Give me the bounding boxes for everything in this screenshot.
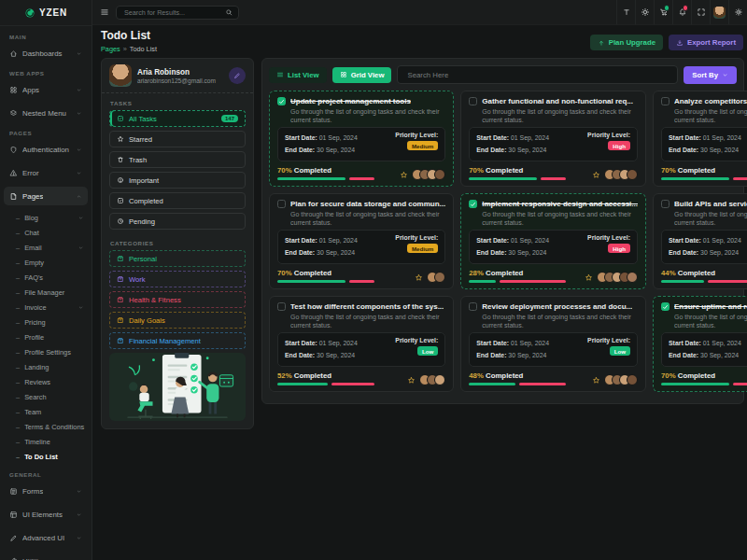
task-card-gather-functional-and-non-fu[interactable]: Gather functional and non-functional req… xyxy=(460,91,646,187)
sidebar-subitem-search[interactable]: –Search xyxy=(0,389,92,404)
sidebar-subitem-pricing[interactable]: –Pricing xyxy=(0,315,92,329)
sidebar-subitem-chat[interactable]: –Chat xyxy=(0,225,92,240)
sidebar-subitem-to-do-list[interactable]: –To Do List xyxy=(0,449,92,464)
sidebar-item-pages[interactable]: Pages xyxy=(4,187,88,205)
priority-label: Priority Level: xyxy=(587,132,630,138)
star-icon[interactable] xyxy=(592,376,600,385)
task-card-implement-responsive-design-[interactable]: Implement responsive design and accessi.… xyxy=(460,193,646,289)
list-view-button[interactable]: List View xyxy=(269,67,327,83)
export-report-button[interactable]: Export Report xyxy=(669,35,743,50)
sidebar-subitem-team[interactable]: –Team xyxy=(0,404,92,419)
edit-profile-button[interactable] xyxy=(229,67,246,84)
card-checkbox[interactable] xyxy=(661,302,669,311)
sidebar-subitem-terms-conditions[interactable]: –Terms & Conditions xyxy=(0,419,92,434)
start-date-label: Start Date: xyxy=(476,237,509,244)
global-search[interactable] xyxy=(116,6,239,20)
card-checkbox[interactable] xyxy=(661,97,669,105)
chevron-down-icon xyxy=(76,535,82,541)
sidebar-subitem-file-manager[interactable]: –File Manager xyxy=(0,285,92,300)
sidebar-item-nested-menu[interactable]: Nested Menu xyxy=(4,104,88,122)
sidebar-subitem-profile-settings[interactable]: –Profile Settings xyxy=(0,344,92,359)
plan-upgrade-button[interactable]: Plan Upgrade xyxy=(590,35,663,50)
cart-icon[interactable] xyxy=(654,0,672,24)
card-checkbox[interactable] xyxy=(469,200,477,208)
category-filters: PersonalWorkHealth & FitnessDaily GoalsF… xyxy=(102,250,253,353)
theme-toggle-icon[interactable] xyxy=(635,0,654,24)
box-icon xyxy=(117,255,124,262)
task-filter-starred[interactable]: Starred xyxy=(109,131,246,147)
priority-badge: Medium xyxy=(407,141,438,150)
sidebar-subitem-empty[interactable]: –Empty xyxy=(0,255,92,270)
sidebar-item-ui-elements[interactable]: UI Elements xyxy=(4,505,88,524)
sidebar-item-utilities[interactable]: Utilities xyxy=(4,552,88,560)
notifications-icon[interactable] xyxy=(672,0,691,24)
task-card-update-project-management-to[interactable]: Update project management toolsGo throug… xyxy=(269,91,454,187)
category-personal[interactable]: Personal xyxy=(109,250,246,267)
assignee-avatars xyxy=(427,272,445,283)
text-size-icon[interactable] xyxy=(616,0,635,24)
task-card-ensure-uptime-and-reliabilit[interactable]: Ensure uptime and reliability of the sof… xyxy=(653,296,747,392)
end-date-label: End Date: xyxy=(669,147,698,153)
task-filter-completed[interactable]: Completed xyxy=(109,192,246,209)
star-icon[interactable] xyxy=(407,376,416,385)
menu-toggle-icon[interactable] xyxy=(100,7,109,17)
task-filter-important[interactable]: Important xyxy=(109,172,246,189)
settings-icon[interactable] xyxy=(728,0,747,24)
card-checkbox[interactable] xyxy=(469,302,477,311)
board-search[interactable] xyxy=(397,65,678,84)
star-icon[interactable] xyxy=(415,273,423,282)
card-description: Go through the list of ongoing tasks and… xyxy=(290,313,445,330)
sidebar-subitem-profile[interactable]: –Profile xyxy=(0,329,92,344)
sidebar-subitem-timeline[interactable]: –Timeline xyxy=(0,434,92,449)
todo-board: List View Grid View Sort By Update proje… xyxy=(261,58,744,404)
category-work[interactable]: Work xyxy=(109,271,246,287)
sidebar-item-forms[interactable]: Forms xyxy=(4,482,88,500)
sidebar-item-dashboards[interactable]: Dashboards xyxy=(4,44,88,63)
card-checkbox[interactable] xyxy=(277,200,286,208)
start-date-label: Start Date: xyxy=(285,237,317,244)
category-financial-management[interactable]: Financial Management xyxy=(109,332,246,349)
fullscreen-icon[interactable] xyxy=(691,0,710,24)
category-daily-goals[interactable]: Daily Goals xyxy=(109,312,246,329)
sidebar-subitem-invoice[interactable]: –Invoice xyxy=(0,300,92,315)
grid-view-button[interactable]: Grid View xyxy=(332,67,392,83)
task-filter-all-tasks[interactable]: All Tasks147 xyxy=(109,110,246,127)
task-filter-trash[interactable]: Trash xyxy=(109,151,246,168)
task-card-plan-for-secure-data-storage[interactable]: Plan for secure data storage and commun.… xyxy=(269,193,454,289)
card-title: Analyze competitors and existing solutio… xyxy=(674,97,747,105)
global-search-input[interactable] xyxy=(122,7,221,18)
ui-elements-icon xyxy=(9,511,18,519)
sidebar-subitem-faq-s[interactable]: –FAQ's xyxy=(0,270,92,285)
category-health-fitness[interactable]: Health & Fitness xyxy=(109,291,246,308)
task-card-test-how-different-component[interactable]: Test how different components of the sys… xyxy=(269,296,454,392)
task-filter-pending[interactable]: Pending xyxy=(109,213,246,230)
sidebar-subitem-blog[interactable]: –Blog xyxy=(0,210,92,225)
sidebar-subitem-landing[interactable]: –Landing xyxy=(0,359,92,374)
card-checkbox[interactable] xyxy=(277,302,286,311)
card-checkbox[interactable] xyxy=(469,97,477,105)
chevron-down-icon xyxy=(76,87,82,93)
star-icon[interactable] xyxy=(592,171,600,179)
priority-label: Priority Level: xyxy=(395,337,438,343)
priority-badge: Medium xyxy=(407,244,438,253)
sidebar-subitem-email[interactable]: –Email xyxy=(0,240,92,255)
task-card-review-deployment-processes-[interactable]: Review deployment processes and docu...G… xyxy=(460,296,646,392)
card-checkbox[interactable] xyxy=(277,97,286,105)
search-icon[interactable] xyxy=(225,8,233,17)
task-card-build-apis-and-services-to-h[interactable]: Build APIs and services to handle busine… xyxy=(653,193,747,289)
board-search-input[interactable] xyxy=(405,70,669,80)
star-icon[interactable] xyxy=(400,171,408,179)
logo[interactable]: YZEN xyxy=(0,0,92,26)
card-checkbox[interactable] xyxy=(661,200,669,208)
star-icon[interactable] xyxy=(585,273,593,282)
breadcrumb-section[interactable]: Pages xyxy=(101,45,120,53)
task-card-analyze-competitors-and-exis[interactable]: Analyze competitors and existing solutio… xyxy=(653,91,747,187)
sidebar-item-apps[interactable]: Apps xyxy=(4,80,88,99)
progress-bar xyxy=(277,383,374,385)
sidebar-subitem-reviews[interactable]: –Reviews xyxy=(0,374,92,389)
sidebar-item-advanced-ui[interactable]: Advanced UI xyxy=(4,528,88,547)
sort-by-button[interactable]: Sort By xyxy=(684,66,737,84)
sidebar-item-error[interactable]: Error xyxy=(4,163,88,182)
sidebar-item-authentication[interactable]: Authentication xyxy=(4,140,88,159)
profile-avatar[interactable] xyxy=(710,0,728,24)
